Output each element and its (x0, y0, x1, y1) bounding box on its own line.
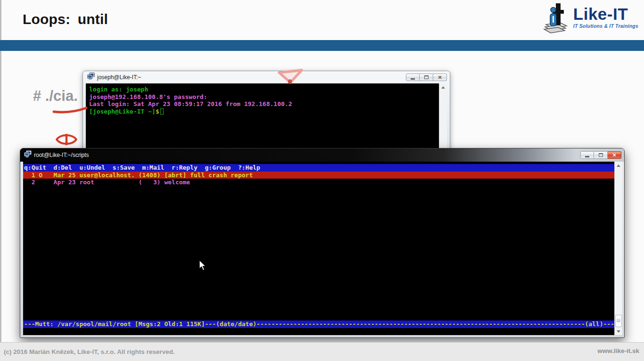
minimize-icon (411, 78, 415, 80)
window-title: joseph@Like-IT:~ (97, 74, 141, 81)
close-icon: ✕ (438, 75, 442, 80)
minimize-icon (585, 156, 589, 157)
header-accent-bar (0, 40, 644, 51)
scroll-up-button[interactable] (439, 83, 447, 91)
mutt-mailbox-view[interactable]: q:Quit d:Del u:Undel s:Save m:Mail r:Rep… (23, 162, 614, 335)
putty-icon (87, 73, 95, 82)
like-it-logo: Like-IT IT Solutions & IT Trainings (541, 2, 638, 36)
putty-icon (24, 150, 32, 160)
window-titlebar[interactable]: root@Like-IT:~/scripts ✕ (20, 148, 624, 162)
maximize-icon (424, 75, 429, 79)
mutt-menu-bar: q:Quit d:Del u:Undel s:Save m:Mail r:Rep… (23, 164, 614, 172)
window-title: root@Like-IT:~/scripts (34, 152, 89, 158)
window-titlebar[interactable]: joseph@Like-IT:~ ✕ (83, 71, 450, 83)
like-it-logo-icon (541, 2, 570, 36)
maximize-icon (599, 153, 603, 157)
website-url: www.like-it.sk (597, 347, 639, 354)
scroll-down-button[interactable] (615, 328, 622, 335)
minimize-button[interactable] (580, 151, 594, 159)
mutt-status-bar: ---Mutt: /var/spool/mail/root [Msgs:2 Ol… (23, 320, 614, 328)
close-button[interactable]: ✕ (608, 151, 621, 159)
scroll-up-icon (441, 86, 445, 89)
terminal-prompt: [joseph@Like-IT ~]$ (89, 108, 436, 115)
terminal-line: Last login: Sat Apr 23 08:59:17 2016 fro… (89, 100, 436, 108)
terminal-line: joseph@192.168.100.8's password: (89, 93, 436, 101)
logo-tagline: IT Solutions & IT Trainings (573, 23, 638, 29)
scrollbar[interactable] (614, 162, 622, 335)
slide-footer: (c) 2016 Marián Knězek, Like-IT, s.r.o. … (0, 342, 644, 361)
scroll-down-icon (617, 330, 620, 333)
maximize-button[interactable] (420, 74, 433, 81)
maximize-button[interactable] (594, 151, 608, 159)
minimize-button[interactable] (406, 74, 420, 81)
terminal-cursor (160, 108, 164, 115)
scrollbar-thumb[interactable] (615, 315, 622, 327)
slide-code-text: # ./cia. (33, 88, 78, 105)
copyright-text: (c) 2016 Marián Knězek, Like-IT, s.r.o. … (4, 348, 175, 355)
scroll-up-button[interactable] (615, 162, 622, 169)
terminal-line: login as: joseph (89, 86, 436, 93)
red-eye-doodle-annotation (55, 132, 78, 148)
logo-wordmark: Like-IT (573, 6, 638, 23)
close-button[interactable]: ✕ (433, 74, 447, 81)
slide-left-border (0, 0, 1, 361)
scroll-up-icon (617, 164, 620, 167)
close-icon: ✕ (612, 153, 616, 158)
mutt-message-row[interactable]: 2 Apr 23 root ( 3) welcome (23, 179, 614, 186)
page-title: Loops: until (23, 11, 108, 27)
mutt-message-row-selected[interactable]: 1 O Mar 25 user@localhost. (1408) [abrt]… (23, 172, 614, 179)
putty-window-root: root@Like-IT:~/scripts ✕ q:Quit d:Del u:… (20, 148, 625, 338)
